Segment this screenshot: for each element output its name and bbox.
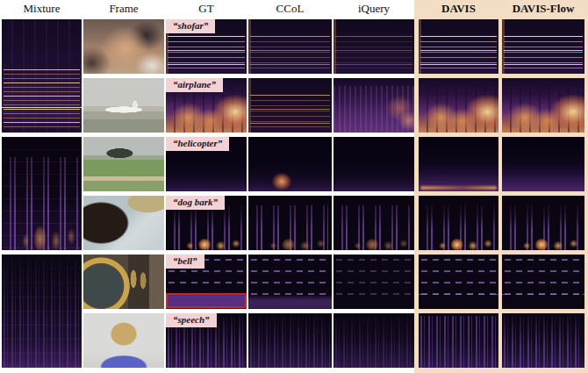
frame-shofar-video [83, 19, 164, 74]
spectrogram-davis-airplane [419, 78, 498, 133]
spectrogram-gt-helicopter: “helicopter” [166, 137, 247, 191]
spectrogram-davis-flow-helicopter [502, 137, 584, 191]
spectrogram-ccol-helicopter [248, 137, 332, 191]
gt-label-helicopter: “helicopter” [166, 137, 229, 151]
spectrogram-davis-flow-speech [502, 313, 584, 368]
spectrogram-davis-helicopter [419, 137, 498, 191]
frame-bell-video [83, 255, 164, 309]
column-header-iquery: iQuery [333, 1, 414, 17]
gt-bell-highlight-box [166, 293, 247, 308]
frame-speech-video [83, 313, 164, 368]
spectrogram-gt-speech: “speech” [166, 313, 247, 368]
spectrogram-ccol-bell [248, 255, 332, 309]
frame-dog-video [83, 196, 164, 250]
spectrogram-gt-shofar: “shofar” [166, 19, 247, 74]
spectrogram-davis-flow-bell [502, 255, 584, 309]
spectrogram-davis-shofar [419, 19, 498, 74]
spectrogram-iquery-helicopter [333, 137, 414, 191]
results-figure: Mixture Frame GT CCoL iQuery DAVIS DAVIS… [0, 0, 588, 373]
column-header-ccol: CCoL [248, 1, 332, 17]
mixture-spectrogram-2 [2, 137, 82, 250]
spectrogram-ccol-dog-bark [248, 196, 332, 250]
spectrogram-ccol-shofar [248, 19, 332, 74]
gt-label-speech: “speech” [166, 313, 217, 327]
spectrogram-davis-dog-bark [419, 196, 498, 250]
spectrogram-davis-flow-airplane [502, 78, 584, 133]
spectrogram-iquery-shofar [333, 19, 414, 74]
gt-label-dog-bark: “dog bark” [166, 196, 225, 210]
gt-label-bell: “bell” [166, 255, 204, 269]
spectrogram-davis-bell [419, 255, 498, 309]
spectrogram-gt-airplane: “airplane” [166, 78, 247, 133]
frame-helicopter-video [83, 137, 164, 191]
spectrogram-ccol-airplane [248, 78, 332, 133]
spectrogram-gt-dog-bark: “dog bark” [166, 196, 247, 250]
column-header-frame: Frame [83, 1, 164, 17]
gt-label-airplane: “airplane” [166, 78, 223, 92]
spectrogram-davis-flow-dog-bark [502, 196, 584, 250]
column-header-mixture: Mixture [2, 1, 82, 17]
column-header-davis: DAVIS [419, 1, 498, 17]
frame-airplane-video [83, 78, 164, 133]
mixture-spectrogram-1 [2, 19, 82, 133]
spectrogram-iquery-airplane [333, 78, 414, 133]
column-header-davis-flow: DAVIS-Flow [502, 1, 584, 17]
spectrogram-gt-bell: “bell” [166, 255, 247, 309]
mixture-spectrogram-3 [2, 255, 82, 368]
spectrogram-ccol-speech [248, 313, 332, 368]
spectrogram-iquery-speech [333, 313, 414, 368]
spectrogram-davis-flow-shofar [502, 19, 584, 74]
column-header-gt: GT [166, 1, 247, 17]
gt-label-shofar: “shofar” [166, 19, 215, 33]
spectrogram-davis-speech [419, 313, 498, 368]
spectrogram-iquery-bell [333, 255, 414, 309]
spectrogram-iquery-dog-bark [333, 196, 414, 250]
